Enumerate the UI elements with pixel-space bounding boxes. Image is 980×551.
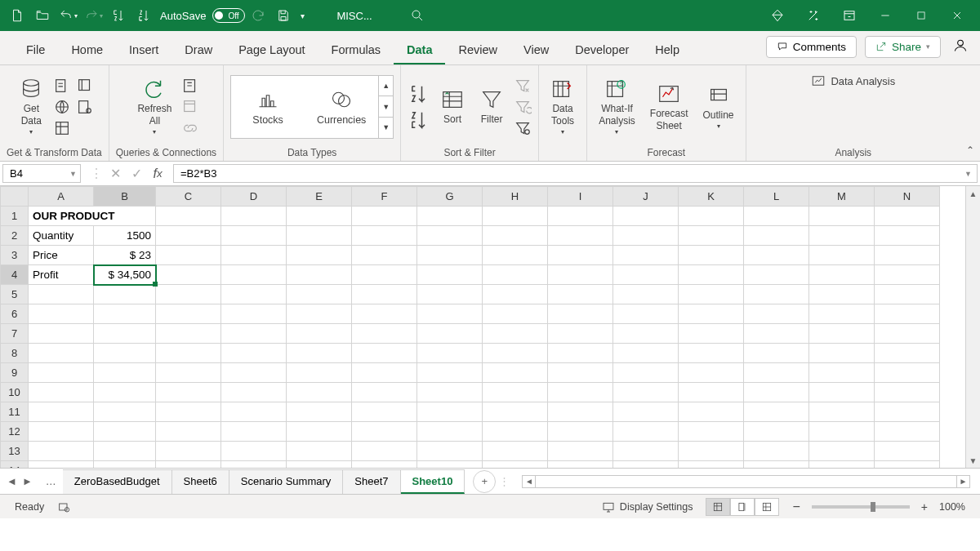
row-header-5[interactable]: 5	[1, 285, 29, 304]
cell-A14[interactable]	[29, 461, 94, 469]
cell-H1[interactable]	[483, 207, 548, 226]
cell-L11[interactable]	[744, 402, 809, 422]
cell-G1[interactable]	[417, 207, 483, 226]
cell-B14[interactable]	[94, 461, 156, 469]
cell-N14[interactable]	[875, 461, 940, 469]
cell-D8[interactable]	[221, 344, 287, 363]
cell-I13[interactable]	[548, 442, 613, 461]
cell-I14[interactable]	[548, 461, 613, 469]
tab-file[interactable]: File	[13, 35, 58, 64]
cell-C7[interactable]	[156, 324, 221, 344]
wand-icon[interactable]	[795, 0, 831, 31]
col-header-J[interactable]: J	[613, 187, 679, 207]
cell-C5[interactable]	[156, 285, 221, 304]
cell-C8[interactable]	[156, 344, 221, 363]
sort-desc-button[interactable]	[408, 109, 430, 131]
sheet-nav-next-icon[interactable]: ►	[22, 475, 33, 487]
cell-J13[interactable]	[613, 442, 679, 461]
stocks-type[interactable]: Stocks	[231, 88, 305, 126]
search-icon[interactable]	[405, 3, 430, 28]
cell-F9[interactable]	[352, 363, 417, 383]
cell-D13[interactable]	[221, 442, 287, 461]
cell-D11[interactable]	[221, 402, 287, 422]
cell-D6[interactable]	[221, 304, 287, 324]
from-text-icon[interactable]	[53, 77, 71, 95]
select-all-corner[interactable]	[1, 187, 29, 207]
cell-K14[interactable]	[679, 461, 744, 469]
col-header-F[interactable]: F	[352, 187, 417, 207]
cell-G2[interactable]	[417, 226, 483, 246]
row-header-13[interactable]: 13	[1, 442, 29, 461]
zoom-in-button[interactable]: +	[921, 500, 928, 513]
col-header-N[interactable]: N	[875, 187, 940, 207]
data-tools-button[interactable]: Data Tools▾	[546, 75, 580, 137]
cell-M4[interactable]	[809, 265, 875, 285]
cell-I2[interactable]	[548, 226, 613, 246]
cell-C2[interactable]	[156, 226, 221, 246]
cell-F12[interactable]	[352, 422, 417, 442]
tab-draw[interactable]: Draw	[172, 35, 225, 64]
cell-I1[interactable]	[548, 207, 613, 226]
cell-B7[interactable]	[94, 324, 156, 344]
cell-K12[interactable]	[679, 422, 744, 442]
cell-F3[interactable]	[352, 246, 417, 265]
cell-K6[interactable]	[679, 304, 744, 324]
properties-icon[interactable]	[181, 98, 199, 116]
macro-record-icon[interactable]	[51, 500, 77, 513]
from-web-icon[interactable]	[53, 98, 71, 116]
data-types-gallery[interactable]: Stocks Currencies ▲▼▼	[230, 75, 394, 139]
cell-L4[interactable]	[744, 265, 809, 285]
cell-F8[interactable]	[352, 344, 417, 363]
from-table-icon[interactable]	[53, 119, 71, 137]
cell-J3[interactable]	[613, 246, 679, 265]
cell-G8[interactable]	[417, 344, 483, 363]
cell-L13[interactable]	[744, 442, 809, 461]
tab-data[interactable]: Data	[394, 35, 445, 64]
recent-sources-icon[interactable]	[76, 77, 94, 95]
cell-I6[interactable]	[548, 304, 613, 324]
cell-I7[interactable]	[548, 324, 613, 344]
cell-K10[interactable]	[679, 383, 744, 402]
cell-J11[interactable]	[613, 402, 679, 422]
view-pagelayout-button[interactable]	[730, 498, 755, 516]
cell-G13[interactable]	[417, 442, 483, 461]
cell-K9[interactable]	[679, 363, 744, 383]
cell-G14[interactable]	[417, 461, 483, 469]
cell-C12[interactable]	[156, 422, 221, 442]
advanced-filter-icon[interactable]	[514, 119, 532, 137]
cell-M3[interactable]	[809, 246, 875, 265]
cell-I4[interactable]	[548, 265, 613, 285]
col-header-K[interactable]: K	[679, 187, 744, 207]
col-header-C[interactable]: C	[156, 187, 221, 207]
cell-N3[interactable]	[875, 246, 940, 265]
cell-L14[interactable]	[744, 461, 809, 469]
cell-J10[interactable]	[613, 383, 679, 402]
gallery-more-icon[interactable]: ▼	[379, 118, 393, 138]
cell-H2[interactable]	[483, 226, 548, 246]
cell-I5[interactable]	[548, 285, 613, 304]
col-header-B[interactable]: B	[94, 187, 156, 207]
sort-button[interactable]: Sort	[435, 86, 470, 127]
share-button[interactable]: Share▾	[865, 36, 941, 58]
cell-G5[interactable]	[417, 285, 483, 304]
cell-C6[interactable]	[156, 304, 221, 324]
row-header-8[interactable]: 8	[1, 344, 29, 363]
cell-B13[interactable]	[94, 442, 156, 461]
cell-A11[interactable]	[29, 402, 94, 422]
sort-asc-icon[interactable]	[106, 3, 131, 28]
cell-C10[interactable]	[156, 383, 221, 402]
cell-F6[interactable]	[352, 304, 417, 324]
cell-J2[interactable]	[613, 226, 679, 246]
cell-N11[interactable]	[875, 402, 940, 422]
cell-B4[interactable]: $ 34,500	[94, 265, 156, 285]
cell-I9[interactable]	[548, 363, 613, 383]
tab-insert[interactable]: Insert	[116, 35, 172, 64]
account-icon[interactable]	[949, 33, 972, 60]
reapply-icon[interactable]	[514, 98, 532, 116]
cell-H13[interactable]	[483, 442, 548, 461]
cell-B5[interactable]	[94, 285, 156, 304]
autosave-toggle[interactable]: AutoSave Off	[160, 8, 245, 23]
cell-G3[interactable]	[417, 246, 483, 265]
cell-J14[interactable]	[613, 461, 679, 469]
row-header-4[interactable]: 4	[1, 265, 29, 285]
